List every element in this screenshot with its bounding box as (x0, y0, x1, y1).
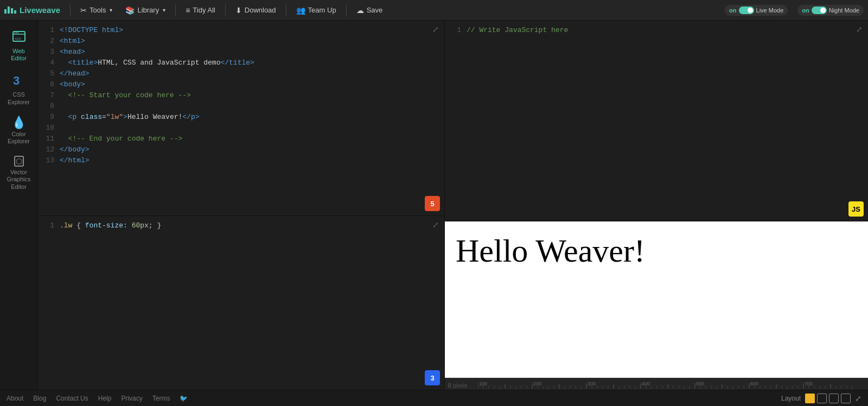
library-label: Library (137, 6, 159, 14)
nav-separator-3 (225, 4, 226, 16)
night-mode-on: on (802, 7, 809, 14)
js-panel: ⤢ 1 // Write JavaScript here JS (445, 21, 868, 221)
js-badge: JS (848, 201, 864, 217)
teamup-icon: 👥 (296, 6, 305, 15)
css-explorer-icon: 3 (12, 73, 26, 89)
html-editor[interactable]: 12345 678910 111213 <!DOCTYPE html> <htm… (38, 21, 444, 215)
preview-area: ⤢ 1 // Write JavaScript here JS Hello We… (445, 21, 868, 390)
js-line-numbers: 1 (445, 21, 464, 221)
html-panel: ⤢ 12345 678910 111213 <!DOCTYPE html> <h… (38, 21, 444, 216)
svg-text:</>: </> (15, 36, 21, 41)
js-expand-button[interactable]: ⤢ (855, 24, 864, 35)
tools-chevron: ▾ (110, 7, 112, 13)
color-explorer-icon: 💧 (11, 117, 26, 129)
html-line-numbers: 12345 678910 111213 (38, 21, 58, 215)
footer-help[interactable]: Help (98, 395, 112, 402)
nav-separator-1 (70, 4, 71, 16)
svg-point-2 (14, 33, 15, 34)
tidy-icon: ≡ (186, 6, 190, 15)
web-editor-icon: </> (12, 29, 26, 46)
html-code-content[interactable]: <!DOCTYPE html> <html> <head> <title>HTM… (58, 21, 444, 215)
teamup-button[interactable]: 👥 Team Up (291, 4, 342, 17)
preview-text: Hello Weaver! (456, 232, 645, 270)
footer: About Blog Contact Us Help Privacy Terms… (0, 390, 868, 406)
footer-twitter-icon[interactable]: 🐦 (180, 395, 188, 402)
js-code-content[interactable]: // Write JavaScript here (464, 21, 868, 221)
layout-icon-3[interactable] (829, 394, 839, 403)
night-mode-switch[interactable] (812, 7, 827, 14)
sidebar-item-vector-graphics[interactable]: ⬡ VectorGraphicsEditor (2, 151, 36, 195)
main-content: </> WebEditor 3 CSSExplorer 💧 ColorExplo… (0, 21, 868, 390)
nav-separator-2 (175, 4, 176, 16)
ruler: 0 pixels 100 200 300 400 (445, 378, 868, 390)
web-editor-label: WebEditor (11, 48, 27, 62)
css-line-numbers: 1 (38, 216, 58, 390)
live-mode-toggle[interactable]: on Live Mode (725, 5, 788, 16)
ruler-pixels: pixels (454, 383, 468, 389)
nav-separator-4 (286, 4, 286, 16)
svg-point-4 (17, 33, 18, 34)
css-badge: 3 (425, 370, 440, 385)
editors-area: ⤢ 12345 678910 111213 <!DOCTYPE html> <h… (38, 21, 445, 390)
layout-icon-2[interactable] (817, 394, 827, 403)
download-button[interactable]: ⬇ Download (230, 4, 282, 17)
tools-icon: ✂ (80, 6, 87, 15)
svg-text:500: 500 (696, 381, 704, 386)
save-button[interactable]: ☁ Save (351, 4, 388, 17)
sidebar: </> WebEditor 3 CSSExplorer 💧 ColorExplo… (0, 21, 38, 390)
live-mode-label: Live Mode (756, 7, 784, 14)
preview-frame: Hello Weaver! (445, 221, 868, 378)
vector-graphics-icon: ⬡ (14, 156, 24, 167)
toggle-group: on Live Mode on Night Mode (725, 5, 864, 16)
ruler-zero: 0 (445, 383, 454, 389)
svg-point-3 (16, 33, 17, 34)
svg-text:300: 300 (588, 381, 596, 386)
footer-blog[interactable]: Blog (33, 395, 46, 402)
footer-about[interactable]: About (7, 395, 23, 402)
footer-contact[interactable]: Contact Us (56, 395, 88, 402)
brand-name: Liveweave (20, 5, 60, 15)
layout-icon-4[interactable] (841, 394, 851, 403)
html-expand-button[interactable]: ⤢ (431, 24, 440, 35)
css-editor[interactable]: 1 .lw { font-size: 60px; } (38, 216, 444, 390)
css-panel: ⤢ 1 .lw { font-size: 60px; } 3 (38, 216, 444, 390)
html-badge: 5 (425, 196, 440, 211)
css-code-content[interactable]: .lw { font-size: 60px; } (58, 216, 444, 390)
tidy-button[interactable]: ≡ Tidy All (180, 4, 221, 17)
svg-text:200: 200 (533, 381, 541, 386)
svg-text:700: 700 (805, 381, 813, 386)
svg-text:400: 400 (642, 381, 650, 386)
save-label: Save (367, 6, 383, 14)
night-mode-toggle[interactable]: on Night Mode (797, 5, 864, 16)
preview-panel: Hello Weaver! 0 pixels 100 200 (445, 221, 868, 390)
svg-text:3: 3 (13, 74, 20, 87)
topnav: Liveweave ✂ Tools ▾ 📚 Library ▾ ≡ Tidy A… (0, 0, 868, 21)
brand-icon (4, 7, 16, 14)
layout-icon-1[interactable] (805, 394, 815, 403)
svg-text:100: 100 (479, 381, 487, 386)
footer-terms[interactable]: Terms (152, 395, 170, 402)
sidebar-item-css-explorer[interactable]: 3 CSSExplorer (2, 68, 36, 110)
library-button[interactable]: 📚 Library ▾ (120, 4, 171, 17)
footer-privacy[interactable]: Privacy (121, 395, 142, 402)
tools-button[interactable]: ✂ Tools ▾ (75, 4, 118, 17)
library-icon: 📚 (125, 6, 135, 15)
live-mode-on: on (729, 7, 736, 14)
layout-label: Layout (781, 395, 801, 402)
css-expand-button[interactable]: ⤢ (431, 219, 440, 230)
library-chevron: ▾ (163, 7, 165, 13)
fullscreen-button[interactable]: ⤢ (855, 394, 861, 403)
sidebar-item-color-explorer[interactable]: 💧 ColorExplorer (2, 112, 36, 149)
js-editor[interactable]: 1 // Write JavaScript here (445, 21, 868, 221)
night-mode-label: Night Mode (829, 7, 859, 14)
save-icon: ☁ (356, 6, 364, 15)
svg-text:600: 600 (750, 381, 758, 386)
download-icon: ⬇ (235, 6, 242, 15)
sidebar-item-web-editor[interactable]: </> WebEditor (2, 25, 36, 66)
brand-logo[interactable]: Liveweave (4, 5, 60, 15)
tidy-label: Tidy All (193, 6, 215, 14)
footer-right: Layout ⤢ (781, 394, 861, 403)
vector-graphics-label: VectorGraphicsEditor (7, 169, 30, 191)
live-mode-switch[interactable] (739, 7, 754, 14)
css-explorer-label: CSSExplorer (8, 91, 30, 105)
